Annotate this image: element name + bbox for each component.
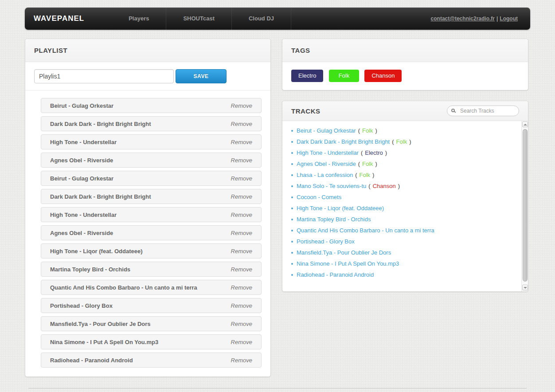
remove-link[interactable]: Remove xyxy=(231,357,252,364)
track-item: Quantic And His Combo Barbaro - Un canto… xyxy=(291,225,515,236)
playlist-form: SAVE xyxy=(25,62,270,90)
remove-link[interactable]: Remove xyxy=(231,284,252,291)
track-link[interactable]: Dark Dark Dark - Bright Bright Bright xyxy=(297,138,390,145)
account-email-link[interactable]: contact@technic2radio.fr xyxy=(431,16,495,22)
track-link[interactable]: Quantic And His Combo Barbaro - Un canto… xyxy=(297,227,434,234)
remove-link[interactable]: Remove xyxy=(231,157,252,164)
track-item: Martina Topley Bird - Orchids xyxy=(291,214,515,225)
bullet-icon xyxy=(291,130,293,132)
playlist-item-title: Radiohead - Paranoid Android xyxy=(50,357,133,364)
track-link[interactable]: Radiohead - Paranoid Android xyxy=(297,271,374,278)
track-link[interactable]: Martina Topley Bird - Orchids xyxy=(297,216,371,223)
playlist-item-title: Beirut - Gulag Orkestar xyxy=(50,102,113,109)
track-item: Radiohead - Paranoid Android xyxy=(291,269,515,280)
playlist-item: High Tone - Understellar Remove xyxy=(41,134,262,149)
scrollbar[interactable] xyxy=(521,121,528,291)
track-link[interactable]: Mano Solo - Te souviens-tu xyxy=(297,183,366,189)
tags-title: TAGS xyxy=(291,47,519,54)
right-column: TAGS Electro Folk Chanson TRACKS xyxy=(282,39,528,292)
bullet-icon xyxy=(291,219,293,220)
track-item: High Tone - Understellar(Electro) xyxy=(291,147,515,158)
remove-link[interactable]: Remove xyxy=(231,321,252,327)
bullet-icon xyxy=(291,274,293,276)
track-link[interactable]: Cocoon - Comets xyxy=(297,194,341,200)
close-paren: ) xyxy=(398,183,400,189)
bullet-icon xyxy=(291,241,293,243)
remove-link[interactable]: Remove xyxy=(231,102,252,109)
track-tag-label: Folk xyxy=(362,127,373,134)
playlist-name-input[interactable] xyxy=(34,69,174,83)
track-item: Portishead - Glory Box xyxy=(291,236,515,247)
remove-link[interactable]: Remove xyxy=(231,121,252,127)
scroll-up-button[interactable] xyxy=(522,122,528,127)
track-item: Nina Simone - I Put A Spell On You.mp3 xyxy=(291,258,515,269)
playlist-item: Agnes Obel - Riverside Remove xyxy=(41,225,262,240)
track-link[interactable]: Lhasa - La confession xyxy=(297,172,353,178)
playlist-item: Dark Dark Dark - Bright Bright Bright Re… xyxy=(41,116,262,131)
playlist-item-title: Beirut - Gulag Orkestar xyxy=(50,175,113,182)
track-tag: (Folk) xyxy=(355,172,374,178)
scrollbar-thumb[interactable] xyxy=(523,129,528,282)
track-tag-label: Folk xyxy=(360,172,371,178)
track-link[interactable]: Portishead - Glory Box xyxy=(297,238,355,245)
tag-badge[interactable]: Folk xyxy=(329,70,359,82)
close-paren: ) xyxy=(375,161,377,167)
track-link[interactable]: High Tone - Liqor (feat. Oddateee) xyxy=(297,205,384,212)
playlist-item-title: Quantic And His Combo Barbaro - Un canto… xyxy=(50,284,197,291)
remove-link[interactable]: Remove xyxy=(231,230,252,236)
bullet-icon xyxy=(291,141,293,143)
nav-item[interactable]: SHOUTcast xyxy=(166,8,232,30)
track-tag: (Chanson) xyxy=(368,183,400,189)
tags-panel-header: TAGS xyxy=(282,39,528,62)
remove-link[interactable]: Remove xyxy=(231,175,252,182)
arrow-down-icon xyxy=(524,287,527,289)
tracks-panel: TRACKS Beirut - Gulag Orkestar(Folk) xyxy=(282,101,528,292)
remove-link[interactable]: Remove xyxy=(231,339,252,345)
bullet-icon xyxy=(291,208,293,209)
tag-badge[interactable]: Electro xyxy=(291,70,323,82)
track-item: Dark Dark Dark - Bright Bright Bright(Fo… xyxy=(291,136,515,147)
logout-link[interactable]: Logout xyxy=(500,16,518,22)
remove-link[interactable]: Remove xyxy=(231,302,252,309)
remove-link[interactable]: Remove xyxy=(231,193,252,200)
playlist-item-title: Martina Topley Bird - Orchids xyxy=(50,266,130,273)
remove-link[interactable]: Remove xyxy=(231,139,252,145)
tracks-scroll-area: Beirut - Gulag Orkestar(Folk) Dark Dark … xyxy=(282,121,528,291)
playlist-item: Beirut - Gulag Orkestar Remove xyxy=(41,98,262,113)
nav-item[interactable]: Cloud DJ xyxy=(232,8,291,30)
track-item: Mansfield.Tya - Pour Oublier Je Dors xyxy=(291,247,515,258)
scroll-down-button[interactable] xyxy=(522,285,528,290)
save-button[interactable]: SAVE xyxy=(176,69,227,83)
main-nav: Players SHOUTcast Cloud DJ xyxy=(112,8,291,30)
open-paren: ( xyxy=(358,127,360,134)
track-link[interactable]: Nina Simone - I Put A Spell On You.mp3 xyxy=(297,260,399,267)
brand-logo: WAVEPANEL xyxy=(25,8,84,30)
playlist-item-title: Dark Dark Dark - Bright Bright Bright xyxy=(50,121,151,127)
remove-link[interactable]: Remove xyxy=(231,212,252,218)
close-paren: ) xyxy=(409,138,411,145)
open-paren: ( xyxy=(355,172,357,178)
playlist-item: Beirut - Gulag Orkestar Remove xyxy=(41,171,262,186)
track-item: Cocoon - Comets xyxy=(291,192,515,203)
track-tag-label: Folk xyxy=(396,138,407,145)
search-icon xyxy=(451,109,455,112)
playlist-item: High Tone - Liqor (feat. Oddateee) Remov… xyxy=(41,243,262,259)
remove-link[interactable]: Remove xyxy=(231,248,252,255)
track-link[interactable]: High Tone - Understellar xyxy=(297,149,359,156)
track-tag-label: Electro xyxy=(365,149,383,156)
track-link[interactable]: Beirut - Gulag Orkestar xyxy=(297,127,356,134)
playlist-item-title: High Tone - Liqor (feat. Oddateee) xyxy=(50,248,142,255)
track-item: High Tone - Liqor (feat. Oddateee) xyxy=(291,203,515,214)
track-link[interactable]: Mansfield.Tya - Pour Oublier Je Dors xyxy=(297,249,391,256)
playlist-item-title: Nina Simone - I Put A Spell On You.mp3 xyxy=(50,339,158,345)
remove-link[interactable]: Remove xyxy=(231,266,252,273)
track-item: Mano Solo - Te souviens-tu(Chanson) xyxy=(291,180,515,192)
track-link[interactable]: Agnes Obel - Riverside xyxy=(297,161,356,167)
track-item: Beirut - Gulag Orkestar(Folk) xyxy=(291,125,515,136)
search-input[interactable] xyxy=(447,106,519,116)
nav-item[interactable]: Players xyxy=(112,8,166,30)
tags-body: Electro Folk Chanson xyxy=(282,62,528,90)
playlist-item-title: Portishead - Glory Box xyxy=(50,302,113,309)
tag-badge[interactable]: Chanson xyxy=(364,70,402,82)
playlist-items: Beirut - Gulag Orkestar Remove Dark Dark… xyxy=(41,98,262,368)
